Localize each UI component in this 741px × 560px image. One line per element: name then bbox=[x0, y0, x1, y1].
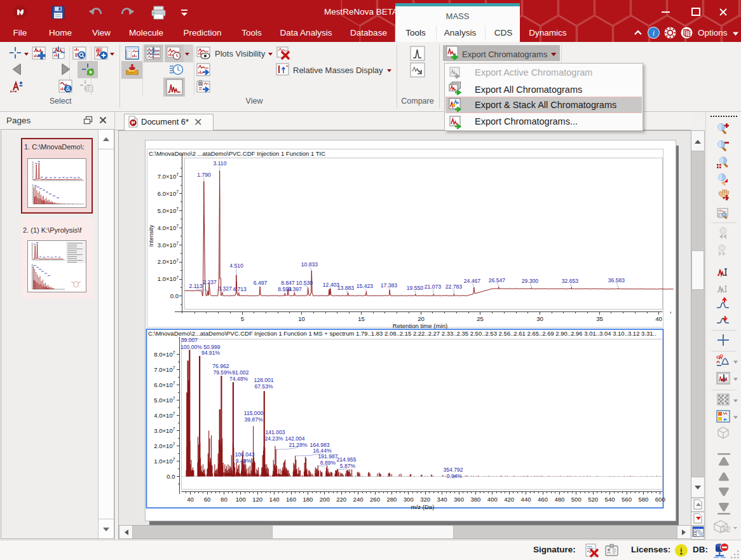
svg-text:10.530: 10.530 bbox=[296, 280, 313, 286]
svg-text:67.53%: 67.53% bbox=[254, 383, 273, 390]
svg-text:240: 240 bbox=[353, 496, 364, 503]
svg-text:400: 400 bbox=[487, 496, 498, 503]
svg-text:40: 40 bbox=[655, 315, 662, 322]
svg-text:i: i bbox=[653, 29, 655, 38]
svg-text:2.113: 2.113 bbox=[189, 283, 203, 289]
svg-text:560: 560 bbox=[622, 496, 632, 503]
svg-text:20: 20 bbox=[418, 315, 425, 322]
svg-text:29.300: 29.300 bbox=[522, 278, 539, 284]
svg-text:100.00%: 100.00% bbox=[180, 344, 202, 350]
svg-text:19.550: 19.550 bbox=[407, 285, 424, 291]
svg-text:79.59%: 79.59% bbox=[213, 369, 232, 376]
svg-text:3.327: 3.327 bbox=[218, 285, 232, 292]
svg-text:0.0: 0.0 bbox=[167, 473, 175, 480]
svg-text:360: 360 bbox=[454, 496, 464, 503]
svg-text:460: 460 bbox=[538, 496, 548, 503]
svg-text:260: 260 bbox=[370, 496, 380, 503]
svg-text:4.0×107: 4.0×107 bbox=[158, 224, 179, 231]
svg-text:580: 580 bbox=[638, 496, 648, 503]
svg-text:91.002: 91.002 bbox=[232, 369, 249, 376]
svg-text:480: 480 bbox=[554, 496, 564, 503]
svg-text:2.237: 2.237 bbox=[203, 279, 217, 285]
svg-text:100: 100 bbox=[236, 496, 246, 503]
svg-text:m/z (Da): m/z (Da) bbox=[411, 503, 435, 510]
svg-text:35: 35 bbox=[596, 315, 603, 322]
svg-text:280: 280 bbox=[386, 496, 397, 503]
svg-text:128.001: 128.001 bbox=[254, 377, 273, 383]
svg-text:8.89%: 8.89% bbox=[320, 460, 336, 466]
svg-text:26.547: 26.547 bbox=[489, 277, 506, 283]
svg-text:164.983: 164.983 bbox=[309, 442, 329, 448]
svg-text:10: 10 bbox=[298, 315, 305, 322]
svg-text:220: 220 bbox=[336, 496, 346, 503]
svg-text:420: 420 bbox=[504, 496, 514, 503]
svg-text:C:\MnovaDemo\2 ...ataDemo\PVC.: C:\MnovaDemo\2 ...ataDemo\PVC.CDF Inject… bbox=[149, 150, 325, 157]
svg-text:214.955: 214.955 bbox=[336, 456, 356, 463]
svg-text:1.0×107: 1.0×107 bbox=[154, 457, 175, 465]
svg-text:76.962: 76.962 bbox=[212, 363, 229, 369]
svg-text:32: 32 bbox=[721, 524, 730, 534]
svg-text:5.0×107: 5.0×107 bbox=[154, 396, 175, 404]
svg-text:10.833: 10.833 bbox=[301, 261, 318, 268]
svg-text:8.847: 8.847 bbox=[281, 280, 295, 286]
svg-text:540: 540 bbox=[605, 496, 615, 503]
svg-text:&: & bbox=[65, 85, 71, 92]
svg-text:5.87%: 5.87% bbox=[340, 463, 356, 469]
svg-text:Retention time (min): Retention time (min) bbox=[393, 322, 447, 329]
svg-text:7.0×107: 7.0×107 bbox=[158, 172, 179, 180]
svg-text:5.0×107: 5.0×107 bbox=[158, 207, 179, 214]
svg-text:15.423: 15.423 bbox=[357, 283, 374, 289]
svg-text:1.790: 1.790 bbox=[197, 172, 211, 178]
svg-text:6.497: 6.497 bbox=[254, 280, 268, 286]
svg-text:39.87%: 39.87% bbox=[244, 416, 263, 423]
svg-text:106.043: 106.043 bbox=[235, 451, 254, 458]
svg-text:2.0×107: 2.0×107 bbox=[158, 258, 179, 266]
svg-text:50.999: 50.999 bbox=[203, 344, 221, 350]
svg-text:94.91%: 94.91% bbox=[201, 350, 221, 356]
svg-text:520: 520 bbox=[588, 496, 598, 503]
svg-text:320: 320 bbox=[420, 496, 430, 503]
svg-text:40: 40 bbox=[187, 496, 194, 503]
svg-text:21.28%: 21.28% bbox=[289, 442, 308, 448]
svg-text:191.987: 191.987 bbox=[318, 453, 337, 460]
svg-text:9.49%: 9.49% bbox=[236, 458, 252, 464]
svg-text:500: 500 bbox=[571, 496, 581, 503]
svg-text:6.0×107: 6.0×107 bbox=[154, 381, 175, 388]
svg-text:0.0: 0.0 bbox=[170, 292, 179, 299]
svg-text:80: 80 bbox=[221, 496, 228, 503]
svg-text:8.0×107: 8.0×107 bbox=[154, 350, 175, 358]
svg-text:7.0×107: 7.0×107 bbox=[154, 365, 175, 373]
svg-text:30: 30 bbox=[536, 315, 543, 322]
svg-text:440: 440 bbox=[521, 496, 531, 503]
svg-text:2.0×107: 2.0×107 bbox=[154, 442, 175, 449]
svg-text:354.792: 354.792 bbox=[443, 467, 463, 473]
svg-text:142.004: 142.004 bbox=[285, 435, 304, 442]
svg-text:380: 380 bbox=[470, 496, 480, 503]
svg-text:115.000: 115.000 bbox=[244, 410, 264, 416]
svg-text:4.510: 4.510 bbox=[229, 263, 243, 269]
svg-text:200: 200 bbox=[320, 496, 330, 503]
svg-text:160: 160 bbox=[286, 496, 296, 503]
svg-text:15: 15 bbox=[358, 315, 365, 322]
svg-text:C:\MnovaDemo\2...ataDemo\PVC.C: C:\MnovaDemo\2...ataDemo\PVC.CDF Injecti… bbox=[148, 330, 656, 337]
svg-text:39.007: 39.007 bbox=[181, 337, 198, 343]
svg-text:25: 25 bbox=[477, 315, 484, 322]
svg-text:24.23%: 24.23% bbox=[264, 435, 283, 442]
svg-text:22.783: 22.783 bbox=[445, 283, 463, 290]
svg-text:6.0×107: 6.0×107 bbox=[158, 189, 179, 197]
svg-text:36.583: 36.583 bbox=[608, 277, 625, 283]
svg-text:13.883: 13.883 bbox=[337, 285, 355, 291]
svg-text:3.0×107: 3.0×107 bbox=[154, 427, 175, 434]
svg-text:340: 340 bbox=[437, 496, 447, 503]
svg-text:5: 5 bbox=[241, 315, 244, 322]
svg-text:600: 600 bbox=[655, 496, 665, 503]
svg-text:32.653: 32.653 bbox=[562, 278, 579, 284]
svg-text:17.383: 17.383 bbox=[381, 282, 398, 289]
svg-text:1.0×107: 1.0×107 bbox=[158, 275, 179, 283]
svg-text:120: 120 bbox=[252, 496, 262, 503]
svg-text:3.0×107: 3.0×107 bbox=[158, 241, 179, 249]
svg-text:24.467: 24.467 bbox=[464, 278, 481, 284]
svg-text:180: 180 bbox=[303, 496, 313, 503]
svg-text:4.0×107: 4.0×107 bbox=[154, 411, 175, 419]
svg-text:21.073: 21.073 bbox=[425, 283, 442, 290]
